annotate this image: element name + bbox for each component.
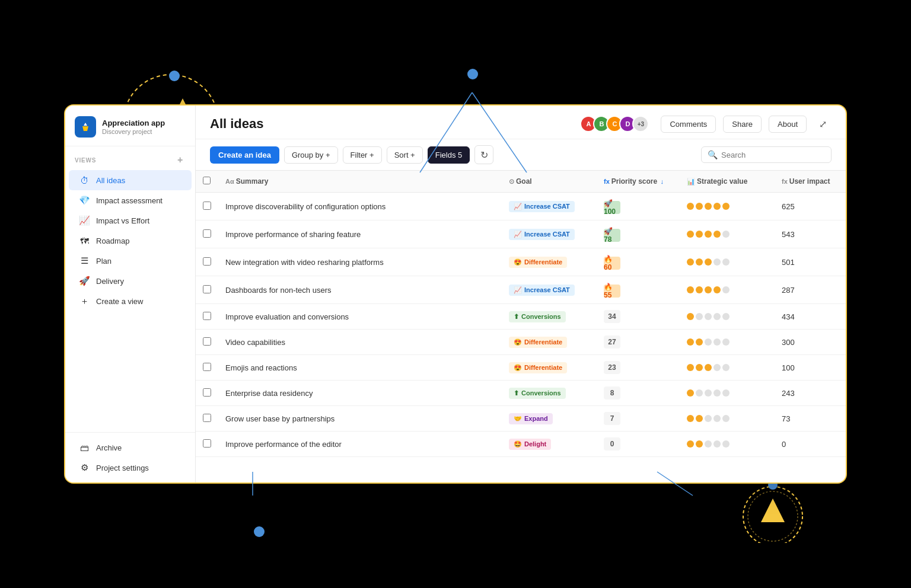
select-all-checkbox[interactable] bbox=[203, 177, 211, 184]
sidebar-item-impact-assessment[interactable]: 💎 Impact assessment bbox=[69, 190, 192, 210]
row-check[interactable] bbox=[196, 381, 218, 406]
group-by-button[interactable]: Group by + bbox=[284, 146, 338, 164]
create-idea-button[interactable]: Create an idea bbox=[210, 146, 279, 164]
strategic-dot-empty bbox=[713, 338, 721, 346]
goal-badge: 😍 Differentiate bbox=[509, 257, 567, 268]
sidebar-item-delivery[interactable]: 🚀 Delivery bbox=[69, 271, 192, 291]
row-checkbox[interactable] bbox=[203, 388, 211, 397]
sidebar-label-impact-assessment: Impact assessment bbox=[96, 196, 163, 205]
share-button[interactable]: Share bbox=[723, 116, 762, 133]
strategic-dot-empty bbox=[696, 313, 703, 320]
search-input[interactable] bbox=[721, 151, 825, 159]
sidebar-nav: ⏱ All ideas 💎 Impact assessment 📈 Impact… bbox=[65, 168, 195, 432]
row-check[interactable] bbox=[196, 432, 218, 457]
sort-button[interactable]: Sort + bbox=[387, 146, 423, 164]
col-header-summary[interactable]: AαSummary bbox=[218, 171, 502, 193]
strategic-dot-filled bbox=[687, 440, 694, 448]
strategic-dot-filled bbox=[696, 440, 703, 448]
impact-vs-effort-icon: 📈 bbox=[78, 215, 90, 226]
row-goal: ⬆ Conversions bbox=[502, 381, 597, 406]
app-logo bbox=[75, 116, 96, 138]
sidebar-item-archive[interactable]: 🗃 Archive bbox=[69, 437, 192, 458]
col-header-goal[interactable]: ⊙Goal bbox=[502, 171, 597, 193]
strategic-dot-filled bbox=[687, 389, 694, 397]
app-card: Appreciation app Discovery project VIEWS… bbox=[64, 104, 847, 484]
row-check[interactable] bbox=[196, 220, 218, 248]
sidebar-item-plan[interactable]: ☰ Plan bbox=[69, 251, 192, 271]
row-checkbox[interactable] bbox=[203, 439, 211, 448]
strategic-dots bbox=[687, 258, 767, 266]
filter-button[interactable]: Filter + bbox=[343, 146, 382, 164]
row-checkbox[interactable] bbox=[203, 285, 211, 293]
strategic-dot-filled bbox=[687, 258, 694, 266]
row-checkbox[interactable] bbox=[203, 363, 211, 371]
sidebar-footer: 🗃 Archive ⚙ Project settings bbox=[65, 432, 195, 482]
strategic-dot-empty bbox=[705, 440, 712, 448]
strategic-dot-filled bbox=[705, 286, 712, 293]
sidebar-item-impact-vs-effort[interactable]: 📈 Impact vs Effort bbox=[69, 210, 192, 231]
row-check[interactable] bbox=[196, 248, 218, 276]
goal-emoji: 📈 bbox=[514, 203, 522, 210]
strategic-dot-filled bbox=[687, 286, 694, 293]
goal-emoji: 🤩 bbox=[514, 440, 522, 448]
row-checkbox[interactable] bbox=[203, 202, 211, 210]
row-summary: Improve discoverability of configuration… bbox=[218, 193, 502, 220]
add-view-icon[interactable]: + bbox=[175, 155, 186, 165]
row-strategic bbox=[680, 381, 775, 406]
row-priority: 7 bbox=[597, 406, 680, 432]
strategic-dot-filled bbox=[713, 203, 721, 210]
row-check[interactable] bbox=[196, 193, 218, 220]
col-header-impact[interactable]: fxUser impact bbox=[775, 171, 846, 193]
sidebar-item-all-ideas[interactable]: ⏱ All ideas bbox=[69, 170, 192, 190]
row-strategic bbox=[680, 406, 775, 432]
strategic-dot-filled bbox=[705, 231, 712, 238]
col-header-strategic[interactable]: 📊Strategic value bbox=[680, 171, 775, 193]
table-row: Improve performance of sharing feature 📈… bbox=[196, 220, 846, 248]
row-checkbox[interactable] bbox=[203, 312, 211, 320]
about-button[interactable]: About bbox=[769, 116, 807, 133]
row-check[interactable] bbox=[196, 304, 218, 330]
sidebar-item-roadmap[interactable]: 🗺 Roadmap bbox=[69, 231, 192, 251]
priority-score-badge: 0 bbox=[604, 437, 620, 450]
row-impact: 543 bbox=[775, 220, 846, 248]
search-icon: 🔍 bbox=[708, 150, 718, 159]
priority-score-badge: 34 bbox=[604, 310, 620, 323]
table-row: Dashboards for non-tech users 📈 Increase… bbox=[196, 276, 846, 304]
refresh-button[interactable]: ↻ bbox=[474, 145, 493, 164]
row-check[interactable] bbox=[196, 355, 218, 381]
row-strategic bbox=[680, 193, 775, 220]
row-checkbox[interactable] bbox=[203, 229, 211, 238]
row-impact: 625 bbox=[775, 193, 846, 220]
row-impact: 501 bbox=[775, 248, 846, 276]
row-checkbox[interactable] bbox=[203, 414, 211, 422]
priority-score-badge: 🔥 55 bbox=[604, 285, 620, 298]
expand-icon[interactable]: ⤢ bbox=[814, 115, 832, 133]
row-checkbox[interactable] bbox=[203, 257, 211, 266]
sidebar-header: Appreciation app Discovery project bbox=[65, 106, 195, 146]
col-header-check bbox=[196, 171, 218, 193]
avatar-extra: +3 bbox=[632, 116, 649, 132]
strategic-dot-filled bbox=[696, 338, 703, 346]
goal-badge: 📈 Increase CSAT bbox=[509, 285, 575, 296]
strategic-dot-empty bbox=[713, 258, 721, 266]
goal-emoji: 😍 bbox=[514, 338, 522, 346]
row-check[interactable] bbox=[196, 276, 218, 304]
row-check[interactable] bbox=[196, 406, 218, 432]
strategic-dot-empty bbox=[713, 440, 721, 448]
toolbar: Create an idea Group by + Filter + Sort … bbox=[196, 139, 846, 171]
strategic-dot-empty bbox=[722, 415, 730, 422]
fields-button[interactable]: Fields 5 bbox=[428, 146, 470, 164]
sidebar-item-project-settings[interactable]: ⚙ Project settings bbox=[69, 458, 192, 478]
row-summary: Improve performance of sharing feature bbox=[218, 220, 502, 248]
row-check[interactable] bbox=[196, 330, 218, 355]
table-row: Improve discoverability of configuration… bbox=[196, 193, 846, 220]
row-checkbox[interactable] bbox=[203, 337, 211, 346]
search-box[interactable]: 🔍 bbox=[701, 146, 832, 163]
strategic-dot-empty bbox=[722, 389, 730, 397]
comments-button[interactable]: Comments bbox=[661, 116, 716, 133]
col-header-priority[interactable]: fxPriority score ↓ bbox=[597, 171, 680, 193]
app-info: Appreciation app Discovery project bbox=[102, 119, 165, 135]
row-impact: 287 bbox=[775, 276, 846, 304]
sidebar-item-create-view[interactable]: ＋ Create a view bbox=[69, 291, 192, 311]
strategic-dot-filled bbox=[687, 313, 694, 320]
